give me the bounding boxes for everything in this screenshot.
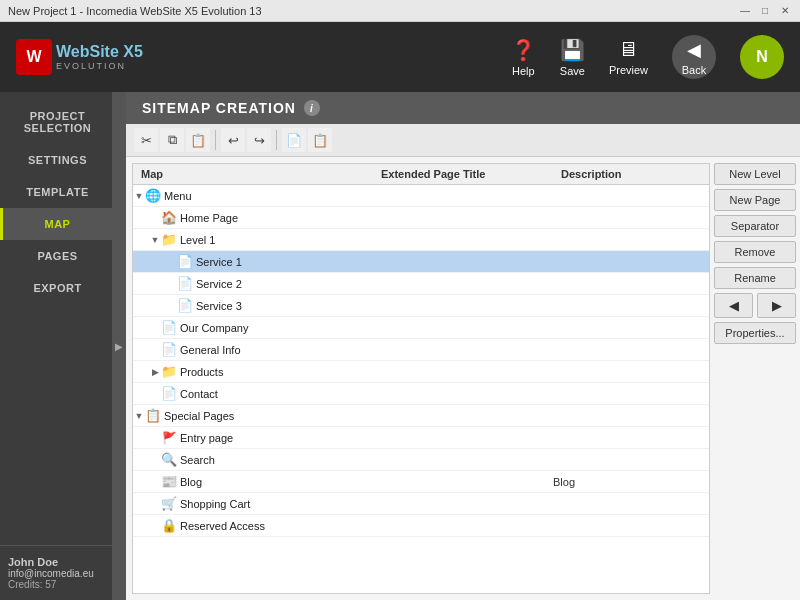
cut-button[interactable]: ✂: [134, 128, 158, 152]
tree-row[interactable]: ▼ 🌐 Menu: [133, 185, 709, 207]
node-label: Reserved Access: [180, 520, 265, 532]
separator-button[interactable]: Separator: [714, 215, 796, 237]
cell-desc: Blog: [553, 476, 709, 488]
tree-row[interactable]: ▶ 📁 Products: [133, 361, 709, 383]
tree-row[interactable]: 📄 Service 2: [133, 273, 709, 295]
user-email: info@incomedia.eu: [8, 568, 104, 579]
tree-row[interactable]: 🔒 Reserved Access: [133, 515, 709, 537]
tree-row[interactable]: 📄 Our Company: [133, 317, 709, 339]
new-page-button[interactable]: New Page: [714, 189, 796, 211]
node-label: Special Pages: [164, 410, 234, 422]
node-label: Our Company: [180, 322, 248, 334]
node-label: Search: [180, 454, 215, 466]
brand-edition: EVOLUTION: [56, 61, 143, 72]
toggle-icon[interactable]: ▼: [149, 234, 161, 246]
sidebar-item-pages[interactable]: PAGES: [0, 240, 112, 272]
tree-row[interactable]: 📄 Service 1: [133, 251, 709, 273]
toggle-icon: [149, 454, 161, 466]
logo-icon: W: [16, 39, 52, 75]
window-controls: — □ ✕: [738, 4, 792, 18]
page-icon: 📄: [177, 276, 193, 292]
new-level-button[interactable]: New Level: [714, 163, 796, 185]
help-icon: ❓: [511, 38, 536, 62]
tree-row[interactable]: 📰 Blog Blog: [133, 471, 709, 493]
page-props-button[interactable]: 📋: [308, 128, 332, 152]
node-label: Home Page: [180, 212, 238, 224]
rename-button[interactable]: Rename: [714, 267, 796, 289]
tree-row[interactable]: ▼ 📋 Special Pages: [133, 405, 709, 427]
sidebar: PROJECT SELECTION SETTINGS TEMPLATE MAP …: [0, 92, 112, 600]
node-label: General Info: [180, 344, 241, 356]
move-left-button[interactable]: ◀: [714, 293, 753, 318]
tree-row[interactable]: ▼ 📁 Level 1: [133, 229, 709, 251]
special-pages-icon: 📋: [145, 408, 161, 424]
sidebar-expander[interactable]: ▶: [112, 92, 126, 600]
preview-label: Preview: [609, 64, 648, 76]
toolbar-separator-1: [215, 130, 216, 150]
tree-row[interactable]: 📄 General Info: [133, 339, 709, 361]
expander-icon: ▶: [115, 341, 123, 352]
sidebar-item-export[interactable]: EXPORT: [0, 272, 112, 304]
toggle-icon[interactable]: ▼: [133, 410, 145, 422]
toggle-icon: [149, 520, 161, 532]
undo-button[interactable]: ↩: [221, 128, 245, 152]
back-label: Back: [682, 64, 706, 76]
next-icon: N: [756, 48, 768, 66]
redo-button[interactable]: ↪: [247, 128, 271, 152]
toggle-icon[interactable]: ▼: [133, 190, 145, 202]
tree-area[interactable]: Map Extended Page Title Description ▼ 🌐 …: [132, 163, 710, 594]
tree-row[interactable]: 🚩 Entry page: [133, 427, 709, 449]
back-tool[interactable]: ◀ Back: [672, 35, 716, 79]
save-label: Save: [560, 65, 585, 77]
move-right-button[interactable]: ▶: [757, 293, 796, 318]
tree-wrapper: Map Extended Page Title Description ▼ 🌐 …: [126, 157, 800, 600]
sidebar-item-template[interactable]: TEMPLATE: [0, 176, 112, 208]
arrow-buttons: ◀ ▶: [714, 293, 796, 318]
save-icon: 💾: [560, 38, 585, 62]
copy-button[interactable]: ⧉: [160, 128, 184, 152]
search-icon: 🔍: [161, 452, 177, 468]
main-layout: PROJECT SELECTION SETTINGS TEMPLATE MAP …: [0, 92, 800, 600]
node-label: Menu: [164, 190, 192, 202]
new-page-button[interactable]: 📄: [282, 128, 306, 152]
tree-row[interactable]: 📄 Contact: [133, 383, 709, 405]
page-icon: 📄: [161, 342, 177, 358]
back-icon: ◀: [687, 39, 701, 61]
tree-row[interactable]: 🏠 Home Page: [133, 207, 709, 229]
col-header-map: Map: [141, 168, 381, 180]
sidebar-item-settings[interactable]: SETTINGS: [0, 144, 112, 176]
header: W WebSite X5 EVOLUTION ❓ Help 💾 Save 🖥 P…: [0, 22, 800, 92]
sidebar-item-map[interactable]: MAP: [0, 208, 112, 240]
next-button[interactable]: N: [740, 35, 784, 79]
node-icon: 🌐: [145, 188, 161, 204]
toggle-icon[interactable]: ▶: [149, 366, 161, 378]
close-button[interactable]: ✕: [778, 4, 792, 18]
entry-icon: 🚩: [161, 430, 177, 446]
node-label: Blog: [180, 476, 202, 488]
right-panel: New Level New Page Separator Remove Rena…: [710, 157, 800, 600]
sidebar-item-project-selection[interactable]: PROJECT SELECTION: [0, 100, 112, 144]
minimize-button[interactable]: —: [738, 4, 752, 18]
remove-button[interactable]: Remove: [714, 241, 796, 263]
tree-row[interactable]: 🛒 Shopping Cart: [133, 493, 709, 515]
paste-button[interactable]: 📋: [186, 128, 210, 152]
toolbar-separator-2: [276, 130, 277, 150]
user-credits: Credits: 57: [8, 579, 104, 590]
sidebar-user: John Doe info@incomedia.eu Credits: 57: [0, 545, 112, 600]
toggle-icon: [165, 300, 177, 312]
tree-row[interactable]: 📄 Service 3: [133, 295, 709, 317]
cart-icon: 🛒: [161, 496, 177, 512]
node-label: Products: [180, 366, 223, 378]
tree-row[interactable]: 🔍 Search: [133, 449, 709, 471]
node-icon: 🏠: [161, 210, 177, 226]
info-icon[interactable]: i: [304, 100, 320, 116]
blog-icon: 📰: [161, 474, 177, 490]
folder-icon: 📁: [161, 364, 177, 380]
maximize-button[interactable]: □: [758, 4, 772, 18]
preview-tool[interactable]: 🖥 Preview: [609, 38, 648, 76]
save-tool[interactable]: 💾 Save: [560, 38, 585, 77]
titlebar: New Project 1 - Incomedia WebSite X5 Evo…: [0, 0, 800, 22]
logo-text: WebSite X5 EVOLUTION: [56, 42, 143, 72]
properties-button[interactable]: Properties...: [714, 322, 796, 344]
help-tool[interactable]: ❓ Help: [511, 38, 536, 77]
